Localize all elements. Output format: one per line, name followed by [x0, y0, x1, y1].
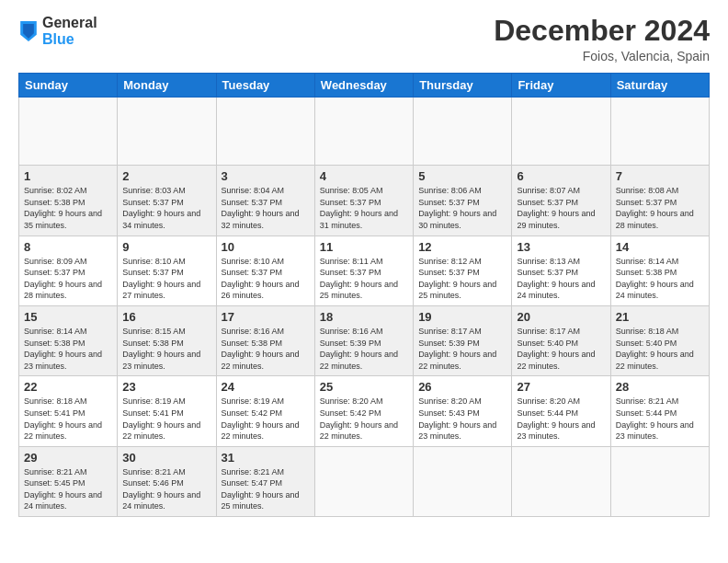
table-cell: 18 Sunrise: 8:16 AMSunset: 5:39 PMDaylig… — [314, 305, 413, 375]
day-number: 11 — [320, 240, 408, 254]
table-cell: 5 Sunrise: 8:06 AMSunset: 5:37 PMDayligh… — [414, 166, 512, 236]
cell-info: Sunrise: 8:21 AMSunset: 5:45 PMDaylight:… — [24, 467, 102, 511]
day-number: 20 — [517, 310, 605, 324]
cell-info: Sunrise: 8:21 AMSunset: 5:44 PMDaylight:… — [616, 396, 694, 441]
cell-info: Sunrise: 8:16 AMSunset: 5:38 PMDaylight:… — [222, 327, 300, 371]
table-cell: 3 Sunrise: 8:04 AMSunset: 5:37 PMDayligh… — [216, 166, 314, 236]
calendar-week-row: 22 Sunrise: 8:18 AMSunset: 5:41 PMDaylig… — [19, 376, 710, 446]
month-title: December 2024 — [494, 15, 710, 47]
cell-info: Sunrise: 8:13 AMSunset: 5:37 PMDaylight:… — [517, 257, 595, 301]
table-cell: 12 Sunrise: 8:12 AMSunset: 5:37 PMDaylig… — [414, 236, 512, 305]
table-cell — [512, 98, 610, 166]
table-cell: 19 Sunrise: 8:17 AMSunset: 5:39 PMDaylig… — [414, 305, 512, 375]
day-number: 10 — [222, 240, 310, 254]
table-cell: 28 Sunrise: 8:21 AMSunset: 5:44 PMDaylig… — [610, 376, 709, 446]
day-number: 4 — [320, 169, 408, 183]
cell-info: Sunrise: 8:10 AMSunset: 5:37 PMDaylight:… — [222, 257, 300, 301]
day-number: 23 — [122, 380, 210, 394]
day-number: 1 — [24, 169, 112, 183]
table-cell — [314, 98, 413, 166]
title-block: December 2024 Foios, Valencia, Spain — [494, 15, 710, 63]
cell-info: Sunrise: 8:08 AMSunset: 5:37 PMDaylight:… — [616, 186, 694, 230]
table-cell: 21 Sunrise: 8:18 AMSunset: 5:40 PMDaylig… — [610, 305, 709, 375]
table-cell: 23 Sunrise: 8:19 AMSunset: 5:41 PMDaylig… — [118, 376, 216, 446]
cell-info: Sunrise: 8:19 AMSunset: 5:42 PMDaylight:… — [222, 396, 300, 441]
table-cell — [414, 98, 512, 166]
col-thursday: Thursday — [414, 74, 512, 98]
day-number: 24 — [222, 380, 310, 394]
table-cell: 25 Sunrise: 8:20 AMSunset: 5:42 PMDaylig… — [314, 376, 413, 446]
table-cell: 27 Sunrise: 8:20 AMSunset: 5:44 PMDaylig… — [512, 376, 610, 446]
table-cell — [19, 98, 118, 166]
table-cell: 11 Sunrise: 8:11 AMSunset: 5:37 PMDaylig… — [314, 236, 413, 305]
cell-info: Sunrise: 8:04 AMSunset: 5:37 PMDaylight:… — [222, 186, 300, 230]
table-cell: 9 Sunrise: 8:10 AMSunset: 5:37 PMDayligh… — [118, 236, 216, 305]
table-cell: 1 Sunrise: 8:02 AMSunset: 5:38 PMDayligh… — [19, 166, 118, 236]
calendar-header-row: Sunday Monday Tuesday Wednesday Thursday… — [19, 74, 710, 98]
day-number: 6 — [517, 169, 605, 183]
header: General Blue December 2024 Foios, Valenc… — [18, 15, 710, 63]
cell-info: Sunrise: 8:07 AMSunset: 5:37 PMDaylight:… — [517, 186, 595, 230]
table-cell: 14 Sunrise: 8:14 AMSunset: 5:38 PMDaylig… — [610, 236, 709, 305]
calendar-week-row: 29 Sunrise: 8:21 AMSunset: 5:45 PMDaylig… — [19, 446, 710, 516]
col-tuesday: Tuesday — [216, 74, 314, 98]
cell-info: Sunrise: 8:20 AMSunset: 5:42 PMDaylight:… — [320, 396, 398, 441]
table-cell: 4 Sunrise: 8:05 AMSunset: 5:37 PMDayligh… — [314, 166, 413, 236]
cell-info: Sunrise: 8:10 AMSunset: 5:37 PMDaylight:… — [122, 257, 200, 301]
table-cell: 24 Sunrise: 8:19 AMSunset: 5:42 PMDaylig… — [216, 376, 314, 446]
day-number: 13 — [517, 240, 605, 254]
day-number: 30 — [122, 451, 210, 465]
day-number: 5 — [418, 169, 506, 183]
cell-info: Sunrise: 8:16 AMSunset: 5:39 PMDaylight:… — [320, 327, 398, 371]
table-cell: 20 Sunrise: 8:17 AMSunset: 5:40 PMDaylig… — [512, 305, 610, 375]
cell-info: Sunrise: 8:18 AMSunset: 5:41 PMDaylight:… — [24, 396, 102, 441]
table-cell: 30 Sunrise: 8:21 AMSunset: 5:46 PMDaylig… — [118, 446, 216, 516]
day-number: 22 — [24, 380, 112, 394]
cell-info: Sunrise: 8:05 AMSunset: 5:37 PMDaylight:… — [320, 186, 398, 230]
day-number: 26 — [418, 380, 506, 394]
table-cell — [414, 446, 512, 516]
day-number: 3 — [222, 169, 310, 183]
table-cell — [610, 98, 709, 166]
table-cell — [512, 446, 610, 516]
day-number: 18 — [320, 310, 408, 324]
table-cell — [118, 98, 216, 166]
day-number: 12 — [418, 240, 506, 254]
table-cell: 31 Sunrise: 8:21 AMSunset: 5:47 PMDaylig… — [216, 446, 314, 516]
col-saturday: Saturday — [610, 74, 709, 98]
calendar-week-row: 1 Sunrise: 8:02 AMSunset: 5:38 PMDayligh… — [19, 166, 710, 236]
table-cell: 22 Sunrise: 8:18 AMSunset: 5:41 PMDaylig… — [19, 376, 118, 446]
table-cell: 17 Sunrise: 8:16 AMSunset: 5:38 PMDaylig… — [216, 305, 314, 375]
day-number: 9 — [122, 240, 210, 254]
cell-info: Sunrise: 8:09 AMSunset: 5:37 PMDaylight:… — [24, 257, 102, 301]
day-number: 31 — [222, 451, 310, 465]
calendar-week-row: 15 Sunrise: 8:14 AMSunset: 5:38 PMDaylig… — [19, 305, 710, 375]
table-cell: 8 Sunrise: 8:09 AMSunset: 5:37 PMDayligh… — [19, 236, 118, 305]
calendar-week-row — [19, 98, 710, 166]
table-cell: 16 Sunrise: 8:15 AMSunset: 5:38 PMDaylig… — [118, 305, 216, 375]
table-cell — [610, 446, 709, 516]
table-cell: 29 Sunrise: 8:21 AMSunset: 5:45 PMDaylig… — [19, 446, 118, 516]
day-number: 7 — [616, 169, 704, 183]
cell-info: Sunrise: 8:20 AMSunset: 5:43 PMDaylight:… — [418, 396, 496, 441]
day-number: 16 — [122, 310, 210, 324]
table-cell — [314, 446, 413, 516]
table-cell: 10 Sunrise: 8:10 AMSunset: 5:37 PMDaylig… — [216, 236, 314, 305]
cell-info: Sunrise: 8:03 AMSunset: 5:37 PMDaylight:… — [122, 186, 200, 230]
day-number: 17 — [222, 310, 310, 324]
col-sunday: Sunday — [19, 74, 118, 98]
logo-icon — [20, 21, 37, 41]
cell-info: Sunrise: 8:14 AMSunset: 5:38 PMDaylight:… — [24, 327, 102, 371]
day-number: 21 — [616, 310, 704, 324]
col-friday: Friday — [512, 74, 610, 98]
page: General Blue December 2024 Foios, Valenc… — [0, 0, 728, 563]
table-cell: 13 Sunrise: 8:13 AMSunset: 5:37 PMDaylig… — [512, 236, 610, 305]
table-cell: 7 Sunrise: 8:08 AMSunset: 5:37 PMDayligh… — [610, 166, 709, 236]
cell-info: Sunrise: 8:12 AMSunset: 5:37 PMDaylight:… — [418, 257, 496, 301]
table-cell: 26 Sunrise: 8:20 AMSunset: 5:43 PMDaylig… — [414, 376, 512, 446]
cell-info: Sunrise: 8:06 AMSunset: 5:37 PMDaylight:… — [418, 186, 496, 230]
cell-info: Sunrise: 8:02 AMSunset: 5:38 PMDaylight:… — [24, 186, 102, 230]
day-number: 19 — [418, 310, 506, 324]
cell-info: Sunrise: 8:21 AMSunset: 5:47 PMDaylight:… — [222, 467, 300, 511]
table-cell: 15 Sunrise: 8:14 AMSunset: 5:38 PMDaylig… — [19, 305, 118, 375]
